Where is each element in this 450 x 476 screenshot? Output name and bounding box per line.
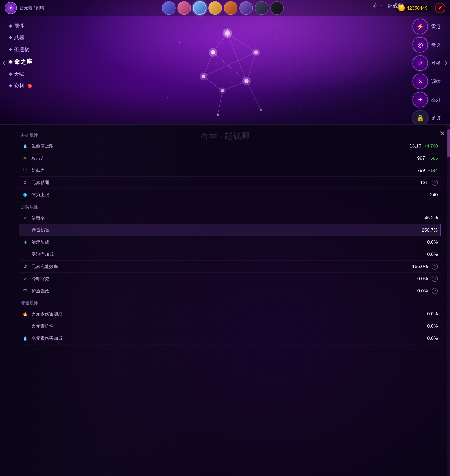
- stat-name-pyro-dmg: 火元素伤害加成: [31, 311, 427, 317]
- stat-icon-crit-rate: ✕: [22, 214, 29, 221]
- stat-name-def: 防御力: [31, 167, 417, 173]
- char-tab-3[interactable]: [193, 1, 207, 15]
- stat-value-pyro-dmg: 0.0%: [427, 311, 438, 316]
- skill-icon-thunder[interactable]: ⚡: [413, 19, 428, 34]
- svg-point-28: [260, 109, 262, 111]
- skill-icon-qi[interactable]: ◎: [413, 37, 428, 53]
- nav-item-artifacts[interactable]: 圣遗物: [9, 45, 32, 54]
- stat-icon-cd: ↙: [22, 275, 29, 282]
- skill-icon-climb[interactable]: ↗: [413, 55, 428, 71]
- header-right: 有幸 · 赵砚卿 ● 42358449 ✕: [394, 3, 445, 13]
- stat-value-pyro-res: 0.0%: [427, 323, 438, 329]
- stat-value-shield: 0.0%: [417, 288, 428, 294]
- stat-name-hydro-dmg: 水元素伤害加成: [31, 335, 427, 341]
- char-tab-7[interactable]: [255, 1, 268, 15]
- stat-row-cd: ↙ 冷却缩减 0.0% ?: [19, 273, 441, 285]
- top-section: ✦ 雷元素 / 刻晴 有幸 · 赵砚卿 ● 42358449 ✕ 属性: [0, 0, 450, 124]
- stat-value-heal: 0.0%: [427, 239, 438, 245]
- char-tab-5[interactable]: [224, 1, 237, 15]
- header-logo[interactable]: ✦: [5, 2, 17, 14]
- nav-item-talents[interactable]: 天赋: [9, 69, 32, 79]
- skill-item-locked[interactable]: 🔒 廉贞: [413, 110, 441, 124]
- stat-value-crit-dmg: 250.7%: [422, 227, 438, 233]
- stat-icon-atk: ✏: [22, 155, 29, 162]
- skill-item-qi[interactable]: ◎ 奇掷: [413, 37, 441, 53]
- stat-row-er: ↺ 元素充能效率 166.0% ?: [19, 261, 441, 273]
- skill-item-thunder[interactable]: ⚡ 雷厄: [413, 19, 441, 34]
- char-tabs: [51, 1, 394, 15]
- stat-help-er[interactable]: ?: [432, 264, 438, 270]
- char-tab-1[interactable]: [162, 1, 176, 15]
- stat-name-hp: 生命值上限: [31, 143, 409, 149]
- nav-diamond-constellation: [9, 60, 12, 63]
- skill-item-tune[interactable]: ⚔ 调律: [413, 74, 441, 89]
- svg-point-18: [219, 88, 226, 94]
- stat-name-crit-rate: 暴击率: [31, 215, 424, 221]
- left-nav: 属性 武器 圣遗物 命之座 天赋 资料 !: [9, 21, 32, 91]
- section-title-basic: 基础属性: [21, 129, 441, 140]
- skill-icon-tune[interactable]: ⚔: [413, 74, 428, 89]
- stat-help-cd[interactable]: ?: [432, 276, 438, 282]
- stat-row-hydro-dmg: 💧 水元素伤害加成 0.0%: [19, 332, 441, 345]
- stat-name-incoming-heal: 受治疗加成: [31, 251, 427, 257]
- arrow-right[interactable]: ›: [445, 57, 448, 67]
- char-tab-6[interactable]: [239, 1, 253, 15]
- skill-label-thunder: 雷厄: [431, 24, 441, 30]
- stat-name-em: 元素精通: [31, 180, 420, 186]
- stat-bonus-def: +144: [428, 168, 438, 173]
- section-title-advanced: 进阶属性: [21, 201, 441, 212]
- skill-item-lamp[interactable]: ✦ 移灯: [413, 92, 441, 107]
- stat-row-heal: ✚ 治疗加成 0.0%: [19, 236, 441, 248]
- svg-line-0: [227, 33, 256, 53]
- char-tab-2[interactable]: [178, 1, 191, 15]
- skill-item-climb[interactable]: ↗ 登楼: [413, 55, 441, 71]
- nav-item-constellation[interactable]: 命之座: [9, 56, 32, 67]
- stat-help-shield[interactable]: ?: [432, 288, 438, 294]
- skill-icon-lamp[interactable]: ✦: [413, 92, 428, 107]
- svg-point-22: [209, 48, 217, 57]
- stat-name-stamina: 体力上限: [31, 192, 430, 198]
- stat-row-crit-rate: ✕ 暴击率 46.2%: [19, 212, 441, 224]
- nav-item-attributes[interactable]: 属性: [9, 21, 32, 31]
- constellation-display: [47, 14, 408, 124]
- stat-icon-hp: 💧: [22, 143, 29, 150]
- char-tab-4[interactable]: [208, 1, 222, 15]
- header-title: 有幸 · 赵砚卿: [373, 2, 403, 9]
- svg-line-1: [247, 52, 256, 81]
- skill-label-climb: 登楼: [431, 60, 441, 66]
- svg-point-33: [299, 109, 300, 110]
- nav-item-weapon[interactable]: 武器: [9, 33, 32, 43]
- stat-value-stamina: 240: [430, 192, 438, 197]
- stat-icon-em: ⚙: [22, 179, 29, 186]
- stats-container[interactable]: 基础属性 💧 生命值上限 13,10 +4,760 ✏ 攻击力 997 +565…: [0, 125, 450, 476]
- nav-label-weapon: 武器: [14, 34, 24, 41]
- stat-name-crit-dmg: 暴击伤害: [32, 227, 422, 233]
- stat-value-hydro-dmg: 0.0%: [427, 336, 438, 341]
- stat-help-em[interactable]: ?: [432, 180, 438, 186]
- stat-row-hp: 💧 生命值上限 13,10 +4,760: [19, 140, 441, 152]
- stats-panel: ✕ 有幸 · 赵砚卿 基础属性 💧 生命值上限 13,10 +4,760 ✏ 攻…: [0, 124, 450, 476]
- nav-warning-profile: !: [28, 84, 32, 88]
- stat-bonus-hp: +4,760: [424, 143, 438, 149]
- logo-symbol: ✦: [5, 2, 16, 14]
- close-stats-button[interactable]: ✕: [439, 129, 445, 137]
- nav-item-profile[interactable]: 资料 !: [9, 81, 32, 91]
- section-title-element: 元素属性: [21, 297, 441, 308]
- svg-line-6: [227, 33, 247, 81]
- currency-amount: 42358449: [407, 5, 427, 11]
- nav-label-profile: 资料: [14, 82, 24, 89]
- char-tab-8[interactable]: [270, 1, 284, 15]
- stat-row-shield: 🛡 护盾强效 0.0% ?: [19, 285, 441, 297]
- stat-icon-crit-dmg: [22, 226, 29, 233]
- stat-name-shield: 护盾强效: [31, 288, 417, 294]
- stat-name-er: 元素充能效率: [31, 264, 412, 270]
- stat-value-er: 166.0%: [412, 264, 428, 269]
- arrow-left[interactable]: ‹: [2, 57, 5, 67]
- svg-point-16: [242, 77, 251, 86]
- svg-line-8: [213, 52, 247, 81]
- svg-line-10: [247, 81, 261, 110]
- close-button[interactable]: ✕: [435, 3, 445, 13]
- skill-icon-locked[interactable]: 🔒: [413, 110, 428, 124]
- stat-value-atk: 997: [417, 155, 425, 161]
- svg-point-30: [275, 37, 276, 38]
